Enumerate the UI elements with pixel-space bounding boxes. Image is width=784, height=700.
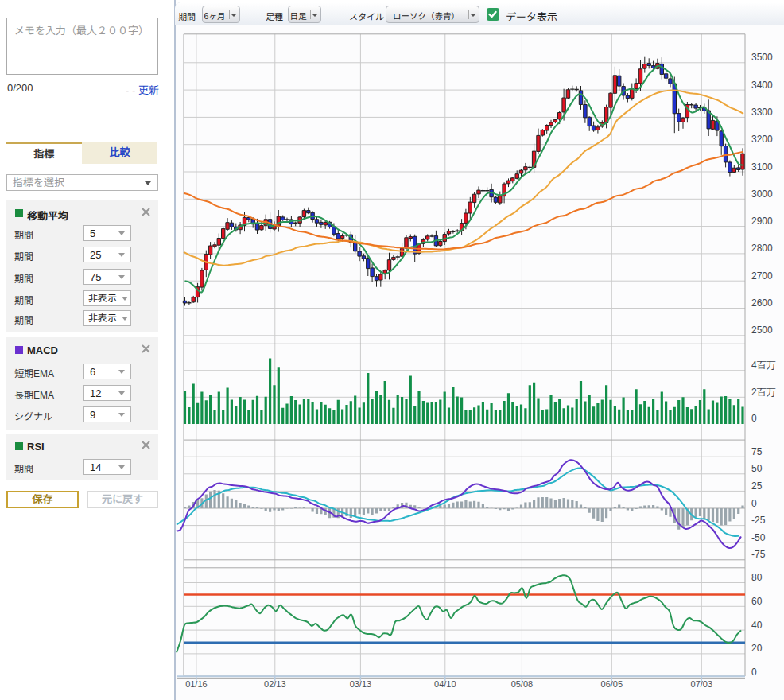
svg-text:2500: 2500	[751, 325, 773, 336]
svg-text:3400: 3400	[751, 80, 773, 91]
svg-text:06/05: 06/05	[601, 679, 623, 689]
svg-text:02/13: 02/13	[264, 679, 286, 689]
svg-text:60: 60	[751, 596, 763, 607]
svg-text:50: 50	[751, 463, 763, 474]
svg-text:04/10: 04/10	[434, 679, 456, 689]
svg-text:0: 0	[751, 413, 757, 424]
svg-text:07/03: 07/03	[691, 679, 713, 689]
svg-text:4百万: 4百万	[751, 360, 776, 371]
svg-text:3500: 3500	[751, 52, 773, 63]
svg-text:3200: 3200	[751, 134, 773, 145]
svg-text:0: 0	[751, 498, 757, 509]
svg-text:01/16: 01/16	[185, 679, 208, 689]
svg-text:3300: 3300	[751, 107, 773, 118]
svg-text:75: 75	[751, 446, 763, 457]
svg-text:-50: -50	[751, 532, 766, 543]
svg-text:03/13: 03/13	[350, 679, 372, 689]
svg-text:3100: 3100	[751, 161, 773, 173]
svg-text:80: 80	[751, 572, 763, 583]
svg-text:0: 0	[751, 667, 757, 678]
svg-text:-25: -25	[751, 515, 766, 526]
svg-text:40: 40	[751, 620, 763, 631]
svg-text:20: 20	[751, 643, 763, 654]
svg-text:25: 25	[751, 480, 763, 492]
svg-text:2百万: 2百万	[751, 387, 776, 398]
svg-text:2600: 2600	[751, 298, 773, 309]
svg-text:2800: 2800	[751, 243, 773, 254]
svg-text:05/08: 05/08	[511, 679, 534, 689]
svg-text:2900: 2900	[751, 216, 773, 227]
svg-text:-75: -75	[751, 549, 766, 560]
svg-text:3000: 3000	[751, 189, 773, 200]
svg-text:2700: 2700	[751, 270, 773, 282]
